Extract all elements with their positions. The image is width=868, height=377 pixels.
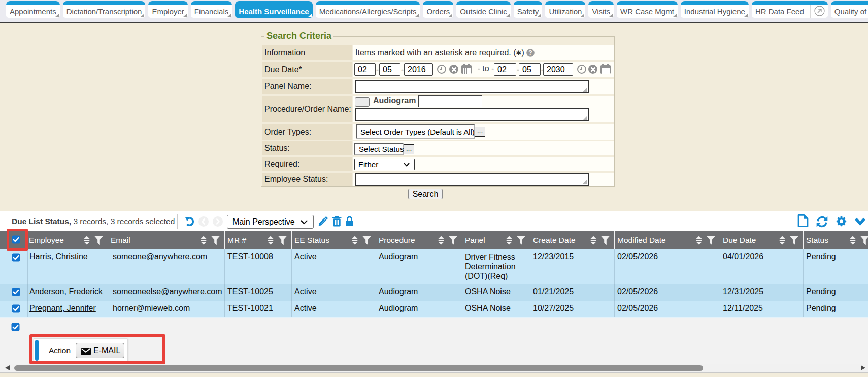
svg-text:?: ? [529,49,532,56]
